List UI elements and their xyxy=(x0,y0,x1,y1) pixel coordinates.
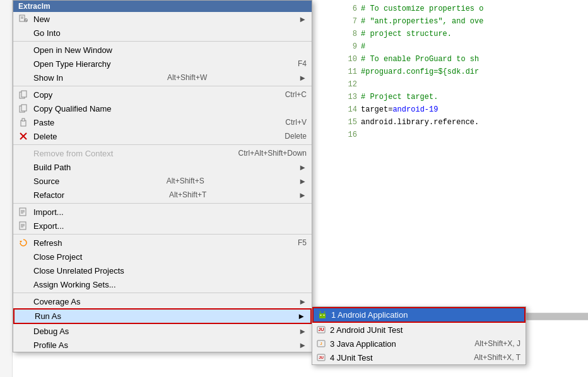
code-line-10: 10 # To enable ProGuard to sh xyxy=(339,53,583,66)
menu-item-refactor[interactable]: Refactor Alt+Shift+T ► xyxy=(13,188,312,202)
junit-icon: JU xyxy=(315,353,327,362)
svg-line-26 xyxy=(324,311,325,313)
separator-3 xyxy=(13,144,312,145)
menu-item-build-path-label: Build Path xyxy=(33,163,71,172)
copy-qualified-icon xyxy=(17,104,30,113)
menu-item-coverage-as[interactable]: Coverage As ► xyxy=(13,294,312,308)
menu-item-close-unrelated[interactable]: Close Unrelated Projects xyxy=(13,264,312,277)
delete-icon xyxy=(17,132,30,141)
separator-6 xyxy=(13,293,312,293)
debug-as-arrow: ► xyxy=(298,327,307,336)
menu-item-run-as[interactable]: Run As ► xyxy=(13,308,312,324)
run-as-arrow: ► xyxy=(297,311,305,321)
submenu-item-java-app[interactable]: J 3 Java Application Alt+Shift+X, J xyxy=(312,337,526,351)
import-icon xyxy=(17,207,30,216)
submenu-item-android-junit[interactable]: JU 2 Android JUnit Test xyxy=(312,323,526,337)
code-line-12: 12 xyxy=(339,78,583,91)
menu-item-close-project-label: Close Project xyxy=(33,252,82,262)
menu-item-import[interactable]: Import... xyxy=(13,205,312,219)
menu-item-open-type-hierarchy[interactable]: Open Type Hierarchy F4 xyxy=(13,57,312,71)
menu-item-open-new-window[interactable]: Open in New Window xyxy=(13,43,312,57)
copy-icon xyxy=(17,90,30,99)
source-arrow: ► xyxy=(298,177,307,186)
build-path-arrow: ► xyxy=(298,163,307,172)
code-line-14: 14 target=android-19 xyxy=(339,103,583,116)
menu-item-copy-qualified-label: Copy Qualified Name xyxy=(33,104,112,113)
menu-item-refactor-label: Refactor xyxy=(33,190,64,200)
separator-4 xyxy=(13,203,312,204)
code-line-7: 7 # "ant.properties", and ove xyxy=(339,15,583,28)
menu-item-assign-working[interactable]: Assign Working Sets... xyxy=(13,277,312,291)
menu-item-go-into[interactable]: Go Into xyxy=(13,26,312,40)
code-line-9: 9 # xyxy=(339,40,583,53)
show-in-arrow: ► xyxy=(298,73,307,83)
menu-item-delete-label: Delete xyxy=(33,132,57,141)
refresh-icon xyxy=(17,238,30,247)
svg-rect-10 xyxy=(22,119,25,121)
menu-item-profile-as-label: Profile As xyxy=(33,340,68,350)
separator-5 xyxy=(13,234,312,235)
coverage-as-arrow: ► xyxy=(298,297,307,306)
code-line-16: 16 xyxy=(339,129,583,141)
menu-item-copy-label: Copy xyxy=(33,90,52,100)
paste-icon xyxy=(17,118,30,127)
copy-shortcut: Ctrl+C xyxy=(273,90,307,99)
svg-rect-22 xyxy=(319,313,326,318)
menu-item-new[interactable]: New ► xyxy=(13,12,312,26)
code-line-11: 11 #proguard.config=${sdk.dir xyxy=(339,66,583,78)
svg-text:JU: JU xyxy=(319,327,324,332)
export-icon xyxy=(17,221,30,230)
menu-item-debug-as[interactable]: Debug As ► xyxy=(13,324,312,338)
menu-item-debug-as-label: Debug As xyxy=(33,327,69,336)
remove-context-shortcut: Ctrl+Alt+Shift+Down xyxy=(226,149,307,158)
menu-item-build-path[interactable]: Build Path ► xyxy=(13,160,312,174)
menu-item-paste-label: Paste xyxy=(33,118,54,127)
svg-point-23 xyxy=(320,315,322,316)
new-submenu-arrow: ► xyxy=(298,14,307,24)
menu-item-open-type-label: Open Type Hierarchy xyxy=(33,59,111,69)
menu-item-open-new-window-label: Open in New Window xyxy=(33,45,112,55)
menu-item-export[interactable]: Export... xyxy=(13,219,312,233)
svg-text:J: J xyxy=(320,342,322,345)
submenu-item-android-app[interactable]: 1 Android Application xyxy=(312,307,526,323)
refactor-arrow: ► xyxy=(298,190,307,200)
menu-item-refresh[interactable]: Refresh F5 xyxy=(13,236,312,250)
separator-2 xyxy=(13,86,312,86)
menu-item-delete[interactable]: Delete Delete xyxy=(13,129,312,143)
menu-item-remove-context[interactable]: Remove from Context Ctrl+Alt+Shift+Down xyxy=(13,146,312,160)
submenu-item-java-app-label: 3 Java Application xyxy=(330,339,396,349)
menu-item-copy-qualified[interactable]: Copy Qualified Name xyxy=(13,102,312,115)
menu-item-profile-as[interactable]: Profile As ► xyxy=(13,338,312,352)
menu-item-show-in[interactable]: Show In Alt+Shift+W ► xyxy=(13,71,312,84)
run-as-submenu: 1 Android Application JU 2 Android JUnit… xyxy=(312,306,526,365)
svg-line-25 xyxy=(320,311,320,313)
menu-item-paste[interactable]: Paste Ctrl+V xyxy=(13,115,312,129)
show-in-shortcut: Alt+Shift+W xyxy=(155,73,207,82)
source-shortcut: Alt+Shift+S xyxy=(154,177,204,185)
java-app-shortcut: Alt+Shift+X, J xyxy=(474,339,520,348)
separator-1 xyxy=(13,41,312,42)
refactor-shortcut: Alt+Shift+T xyxy=(156,190,206,199)
menu-item-source[interactable]: Source Alt+Shift+S ► xyxy=(13,174,312,188)
new-icon xyxy=(17,14,30,23)
menu-item-assign-working-label: Assign Working Sets... xyxy=(33,280,116,289)
menu-item-remove-context-label: Remove from Context xyxy=(33,149,113,158)
menu-item-export-label: Export... xyxy=(33,221,64,231)
svg-marker-21 xyxy=(20,241,22,243)
menu-item-close-project[interactable]: Close Project xyxy=(13,250,312,264)
submenu-item-android-app-label: 1 Android Application xyxy=(331,310,408,320)
svg-point-24 xyxy=(324,315,325,316)
menu-item-copy[interactable]: Copy Ctrl+C xyxy=(13,88,312,102)
submenu-item-junit[interactable]: JU 4 JUnit Test Alt+Shift+X, T xyxy=(312,351,526,364)
paste-shortcut: Ctrl+V xyxy=(273,118,307,127)
submenu-item-junit-label: 4 JUnit Test xyxy=(330,353,373,362)
menu-item-new-label: New xyxy=(33,14,50,24)
menu-item-coverage-as-label: Coverage As xyxy=(33,297,80,306)
android-junit-icon: JU xyxy=(315,325,327,334)
delete-shortcut: Delete xyxy=(272,132,307,141)
svg-rect-8 xyxy=(21,105,26,111)
code-line-6: 6 # To customize properties o xyxy=(339,3,583,15)
menu-item-run-as-label: Run As xyxy=(35,311,61,321)
android-app-icon xyxy=(316,311,329,320)
menu-item-source-label: Source xyxy=(33,177,59,186)
